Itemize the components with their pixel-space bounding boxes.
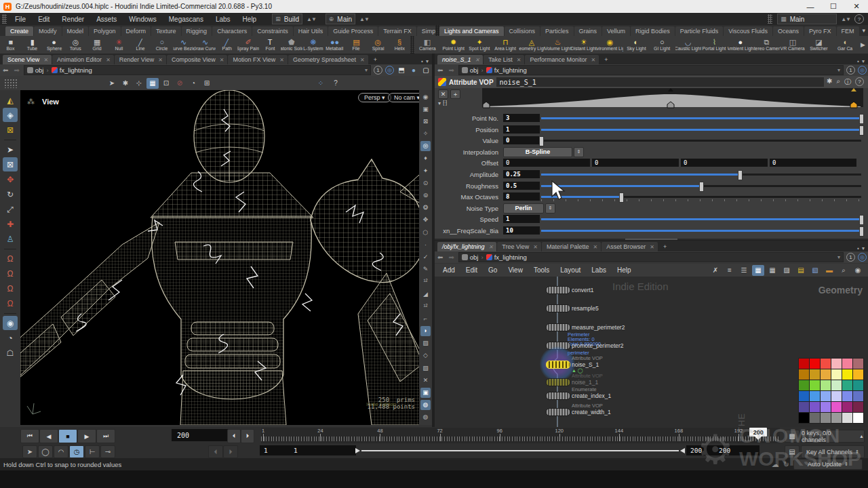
node-noise-1-1[interactable] xyxy=(546,378,570,386)
net-basket-icon[interactable]: ▬ xyxy=(823,265,835,276)
left-pane-maximize-icon[interactable]: ▪ xyxy=(421,58,423,64)
rt-tab-add[interactable]: + xyxy=(599,55,611,64)
network-editor[interactable]: Indie Edition Geometry convert1resample5… xyxy=(435,277,868,427)
net-forward-icon[interactable]: ➡ xyxy=(446,253,456,261)
desktop-spinner[interactable]: ▲▼ xyxy=(841,16,850,22)
node-name-field[interactable]: noise_S_1 xyxy=(496,77,824,87)
color-swatch-14[interactable] xyxy=(821,380,831,390)
color-swatch-24[interactable] xyxy=(799,402,809,412)
shelf-tab-vellum[interactable]: Vellum xyxy=(602,26,630,36)
param-pin-icon[interactable]: ◎ xyxy=(858,66,867,75)
backface-icon[interactable]: ▣ xyxy=(420,388,431,398)
ruler-units-icon[interactable]: ⊢ xyxy=(85,445,100,458)
color-swatch-27[interactable] xyxy=(831,402,842,412)
ruler-corner-icon[interactable]: ⌐ xyxy=(420,313,431,323)
pose-tool-icon[interactable]: ✚ xyxy=(3,217,18,231)
range-right-arrow[interactable] xyxy=(677,448,685,453)
key-all-channels-dropdown[interactable]: Key All Channels⇕ xyxy=(801,445,865,458)
shelf-tools-overflow-icon[interactable]: ▶ xyxy=(858,41,868,48)
toolbar-help-icon[interactable]: ? xyxy=(330,78,342,89)
color-swatch-32[interactable] xyxy=(821,413,831,423)
param-slider[interactable] xyxy=(541,185,861,187)
close-tab-icon[interactable]: ✕ xyxy=(475,57,480,63)
menubar-grip[interactable] xyxy=(2,14,7,24)
lock-handle-icon[interactable]: ⊠ xyxy=(3,157,18,171)
menu-edit[interactable]: Edit xyxy=(32,16,56,23)
rotate-tool-icon[interactable]: ↻ xyxy=(3,187,18,201)
param-path-dropdown-icon[interactable]: ▾ xyxy=(837,67,843,73)
snap-point-icon[interactable]: Ω xyxy=(3,296,18,310)
pane-tab-add[interactable]: + xyxy=(369,55,380,64)
lock-camera-icon[interactable]: ⊠ xyxy=(420,116,431,126)
axis-gnomon-icon[interactable]: ✕ xyxy=(420,375,431,385)
shelf-tool-draw-curve[interactable]: ∿Draw Curve xyxy=(195,39,216,52)
secure-selection-icon[interactable]: ▦ xyxy=(146,78,159,89)
menu-help[interactable]: Help xyxy=(237,16,263,23)
translate-tool-icon[interactable]: ✥ xyxy=(3,172,18,186)
toolbar-grip[interactable] xyxy=(4,79,18,88)
color-swatch-17[interactable] xyxy=(853,380,863,390)
dropdown-spinner-icon[interactable]: ⇕ xyxy=(545,203,555,214)
slider-handle[interactable] xyxy=(859,226,864,237)
color-swatch-26[interactable] xyxy=(821,402,831,412)
selection-lock-icon[interactable]: ⊠ xyxy=(3,123,18,137)
net-find-icon[interactable]: ⌕ xyxy=(837,265,850,276)
shelf-tool-gar-ca[interactable]: ◖Gar Ca xyxy=(832,39,858,52)
shelf-tab-texture[interactable]: Texture xyxy=(151,26,181,36)
shelf-tool-environment-light[interactable]: ◉Environment Light xyxy=(597,39,623,52)
shelf-tool-box[interactable]: ■Box xyxy=(0,39,22,52)
pin-link-icon[interactable]: ◎ xyxy=(385,66,394,75)
shelf-tab-polygon[interactable]: Polygon xyxy=(89,26,121,36)
stow-cube-icon[interactable]: ⬒ xyxy=(395,65,408,76)
checker-icon[interactable]: ▨ xyxy=(420,338,431,348)
shelf-tab-viscous-fluids[interactable]: Viscous Fluids xyxy=(724,26,772,36)
prim-corner-icon[interactable]: ◢ xyxy=(420,289,431,299)
refresh-icon[interactable]: ↻ xyxy=(783,460,789,469)
keyframe-options-icon[interactable]: ▩ xyxy=(785,430,800,443)
color-swatch-9[interactable] xyxy=(831,369,842,380)
shelf-tab-hair-utils[interactable]: Hair Utils xyxy=(294,26,328,36)
net-menu-edit[interactable]: Edit xyxy=(460,266,483,274)
shelf-tool-point-light[interactable]: ✹Point Light xyxy=(440,39,466,52)
ramp-curve[interactable] xyxy=(482,88,863,110)
shelf-tool-font[interactable]: TFont xyxy=(259,39,281,52)
character-pick-tool-icon[interactable]: ♙ xyxy=(3,232,18,246)
net-menu-help[interactable]: Help xyxy=(612,266,637,274)
color-swatch-8[interactable] xyxy=(821,369,831,380)
desktop-combo[interactable]: ▦ Main xyxy=(777,14,837,24)
color-swatch-1[interactable] xyxy=(810,359,820,369)
close-tab-icon[interactable]: ✕ xyxy=(489,244,494,250)
net-path-dropdown-icon[interactable]: ▾ xyxy=(837,254,843,260)
shelf-tool-curve-bezier[interactable]: ∿Curve Bezier xyxy=(173,39,195,52)
main-spinner[interactable]: ▲▼ xyxy=(359,16,369,22)
desktop-grip[interactable] xyxy=(768,14,772,24)
shelf-tabs-overflow-icon[interactable]: ▾ xyxy=(859,27,868,34)
pane-tab-motion-fx-view[interactable]: Motion FX View✕ xyxy=(228,55,288,64)
range-start-field[interactable]: 1 xyxy=(260,445,291,455)
dome-icon[interactable]: ◠ xyxy=(54,445,68,458)
param-slider[interactable] xyxy=(541,140,861,142)
play-button[interactable]: ▶ xyxy=(77,429,96,443)
net-list-icon[interactable]: ≡ xyxy=(724,265,736,276)
param-link-badge[interactable]: 1 xyxy=(846,66,855,75)
minimize-button[interactable]: — xyxy=(799,0,822,13)
range-end-field[interactable]: 200 xyxy=(686,445,716,455)
prev-frame-button[interactable]: ◀ xyxy=(39,429,58,443)
menu-assets[interactable]: Assets xyxy=(90,16,123,23)
node-noise-s-1[interactable] xyxy=(546,361,570,369)
hull-icon[interactable]: ⬡ xyxy=(420,227,431,237)
rb-tab-obj-fx-lightning[interactable]: /obj/fx_lightning✕ xyxy=(437,242,496,251)
rt-pane-menu-icon[interactable]: ▾ xyxy=(862,58,865,64)
close-tab-icon[interactable]: ✕ xyxy=(106,57,111,63)
link-badge[interactable]: 1 xyxy=(374,66,382,75)
forward-icon[interactable]: ➡ xyxy=(11,66,22,74)
param-value-field[interactable]: 0.25 xyxy=(503,170,540,178)
follow-playbar-icon[interactable]: ➤ xyxy=(22,445,37,458)
color-swatch-28[interactable] xyxy=(842,402,852,412)
audio-icon[interactable]: ◯ xyxy=(38,445,53,458)
close-tab-icon[interactable]: ✕ xyxy=(279,57,284,63)
param-offset-field-1[interactable]: 0 xyxy=(592,159,679,167)
net-back-icon[interactable]: ⬅ xyxy=(435,253,446,261)
shelf-tool-file[interactable]: ▤File xyxy=(346,39,368,52)
param-slider[interactable] xyxy=(541,117,861,119)
